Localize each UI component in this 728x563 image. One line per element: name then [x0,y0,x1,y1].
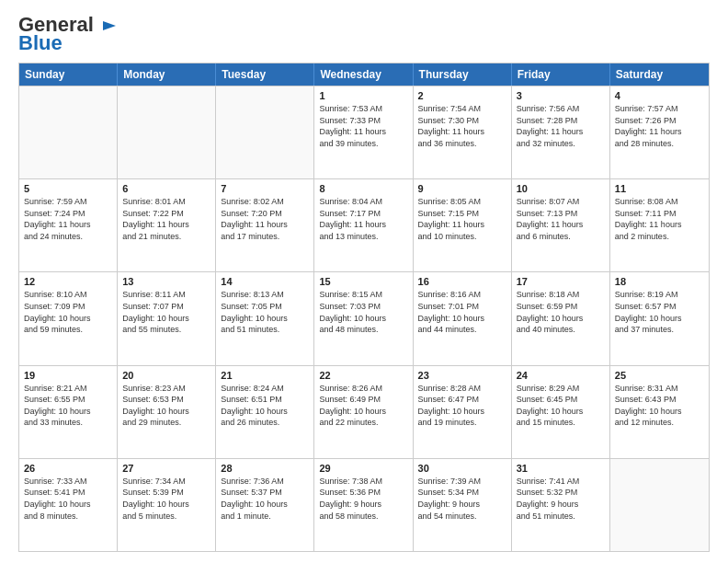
day-info: Sunrise: 8:13 AM Sunset: 7:05 PM Dayligh… [221,289,309,335]
day-number: 7 [221,183,309,194]
day-number: 18 [615,276,704,287]
calendar-cell: 10Sunrise: 8:07 AM Sunset: 7:13 PM Dayli… [512,179,610,271]
calendar-cell: 6Sunrise: 8:01 AM Sunset: 7:22 PM Daylig… [118,179,216,271]
calendar-cell: 28Sunrise: 7:36 AM Sunset: 5:37 PM Dayli… [216,459,314,551]
calendar-cell [216,86,314,178]
day-number: 6 [122,183,210,194]
day-number: 21 [221,370,309,381]
day-number: 15 [319,276,407,287]
day-info: Sunrise: 8:08 AM Sunset: 7:11 PM Dayligh… [615,196,704,242]
calendar-cell: 16Sunrise: 8:16 AM Sunset: 7:01 PM Dayli… [414,272,512,364]
day-number: 31 [517,463,605,474]
day-number: 16 [418,276,506,287]
header-cell-sunday: Sunday [19,63,118,86]
day-number: 28 [221,463,309,474]
day-info: Sunrise: 8:29 AM Sunset: 6:45 PM Dayligh… [517,383,605,429]
day-info: Sunrise: 7:59 AM Sunset: 7:24 PM Dayligh… [24,196,112,242]
calendar-cell: 4Sunrise: 7:57 AM Sunset: 7:26 PM Daylig… [610,86,709,178]
day-number: 23 [418,370,506,381]
day-number: 2 [418,90,506,101]
day-number: 13 [122,276,210,287]
calendar-cell: 31Sunrise: 7:41 AM Sunset: 5:32 PM Dayli… [512,459,610,551]
day-number: 5 [24,183,112,194]
day-number: 14 [221,276,309,287]
calendar-cell: 22Sunrise: 8:26 AM Sunset: 6:49 PM Dayli… [314,366,413,458]
day-info: Sunrise: 8:05 AM Sunset: 7:15 PM Dayligh… [418,196,506,242]
day-number: 19 [24,370,112,381]
calendar: SundayMondayTuesdayWednesdayThursdayFrid… [18,63,710,552]
day-info: Sunrise: 8:16 AM Sunset: 7:01 PM Dayligh… [418,289,506,335]
logo-blue-text: Blue [18,33,63,53]
calendar-cell: 5Sunrise: 7:59 AM Sunset: 7:24 PM Daylig… [19,179,118,271]
day-number: 29 [319,463,407,474]
calendar-cell: 17Sunrise: 8:18 AM Sunset: 6:59 PM Dayli… [512,272,610,364]
day-info: Sunrise: 8:15 AM Sunset: 7:03 PM Dayligh… [319,289,407,335]
day-info: Sunrise: 8:04 AM Sunset: 7:17 PM Dayligh… [319,196,407,242]
header-cell-wednesday: Wednesday [314,63,413,86]
day-number: 26 [24,463,112,474]
day-number: 22 [319,370,407,381]
calendar-cell: 15Sunrise: 8:15 AM Sunset: 7:03 PM Dayli… [314,272,413,364]
calendar-cell: 7Sunrise: 8:02 AM Sunset: 7:20 PM Daylig… [216,179,314,271]
day-info: Sunrise: 7:34 AM Sunset: 5:39 PM Dayligh… [122,476,210,522]
calendar-cell: 19Sunrise: 8:21 AM Sunset: 6:55 PM Dayli… [19,366,118,458]
day-number: 17 [517,276,605,287]
calendar-cell: 9Sunrise: 8:05 AM Sunset: 7:15 PM Daylig… [414,179,512,271]
day-info: Sunrise: 8:10 AM Sunset: 7:09 PM Dayligh… [24,289,112,335]
day-number: 24 [517,370,605,381]
day-info: Sunrise: 7:53 AM Sunset: 7:33 PM Dayligh… [319,103,407,149]
header-cell-monday: Monday [118,63,216,86]
day-number: 8 [319,183,407,194]
day-info: Sunrise: 7:36 AM Sunset: 5:37 PM Dayligh… [221,476,309,522]
day-info: Sunrise: 7:56 AM Sunset: 7:28 PM Dayligh… [517,103,605,149]
calendar-cell: 21Sunrise: 8:24 AM Sunset: 6:51 PM Dayli… [216,366,314,458]
header-cell-thursday: Thursday [414,63,512,86]
logo-flag-icon [101,19,118,32]
calendar-cell [118,86,216,178]
calendar-cell [610,459,709,551]
day-info: Sunrise: 8:31 AM Sunset: 6:43 PM Dayligh… [615,383,704,429]
day-number: 9 [418,183,506,194]
day-info: Sunrise: 7:33 AM Sunset: 5:41 PM Dayligh… [24,476,112,522]
svg-marker-0 [103,21,116,30]
calendar-cell: 14Sunrise: 8:13 AM Sunset: 7:05 PM Dayli… [216,272,314,364]
day-info: Sunrise: 8:02 AM Sunset: 7:20 PM Dayligh… [221,196,309,242]
calendar-cell: 18Sunrise: 8:19 AM Sunset: 6:57 PM Dayli… [610,272,709,364]
header-cell-tuesday: Tuesday [216,63,314,86]
day-number: 27 [122,463,210,474]
calendar-row-4: 19Sunrise: 8:21 AM Sunset: 6:55 PM Dayli… [19,365,709,458]
day-info: Sunrise: 8:07 AM Sunset: 7:13 PM Dayligh… [517,196,605,242]
calendar-cell: 11Sunrise: 8:08 AM Sunset: 7:11 PM Dayli… [610,179,709,271]
day-number: 12 [24,276,112,287]
day-info: Sunrise: 8:18 AM Sunset: 6:59 PM Dayligh… [517,289,605,335]
day-info: Sunrise: 8:26 AM Sunset: 6:49 PM Dayligh… [319,383,407,429]
page: General Blue SundayMondayTuesdayWednesda… [0,0,728,563]
calendar-cell: 20Sunrise: 8:23 AM Sunset: 6:53 PM Dayli… [118,366,216,458]
day-info: Sunrise: 7:38 AM Sunset: 5:36 PM Dayligh… [319,476,407,522]
day-number: 25 [615,370,704,381]
calendar-cell: 25Sunrise: 8:31 AM Sunset: 6:43 PM Dayli… [610,366,709,458]
calendar-body: 1Sunrise: 7:53 AM Sunset: 7:33 PM Daylig… [19,86,709,551]
day-info: Sunrise: 7:41 AM Sunset: 5:32 PM Dayligh… [517,476,605,522]
logo: General Blue [18,15,118,53]
calendar-cell: 3Sunrise: 7:56 AM Sunset: 7:28 PM Daylig… [512,86,610,178]
header-cell-saturday: Saturday [610,63,709,86]
calendar-cell: 24Sunrise: 8:29 AM Sunset: 6:45 PM Dayli… [512,366,610,458]
calendar-cell [19,86,118,178]
day-info: Sunrise: 7:39 AM Sunset: 5:34 PM Dayligh… [418,476,506,522]
header-cell-friday: Friday [512,63,610,86]
day-info: Sunrise: 8:23 AM Sunset: 6:53 PM Dayligh… [122,383,210,429]
calendar-header: SundayMondayTuesdayWednesdayThursdayFrid… [19,63,709,86]
calendar-cell: 27Sunrise: 7:34 AM Sunset: 5:39 PM Dayli… [118,459,216,551]
day-info: Sunrise: 8:28 AM Sunset: 6:47 PM Dayligh… [418,383,506,429]
day-number: 4 [615,90,704,101]
calendar-cell: 30Sunrise: 7:39 AM Sunset: 5:34 PM Dayli… [414,459,512,551]
day-number: 3 [517,90,605,101]
header: General Blue [18,15,710,53]
calendar-cell: 8Sunrise: 8:04 AM Sunset: 7:17 PM Daylig… [314,179,413,271]
calendar-row-3: 12Sunrise: 8:10 AM Sunset: 7:09 PM Dayli… [19,271,709,364]
day-number: 1 [319,90,407,101]
day-number: 11 [615,183,704,194]
calendar-row-2: 5Sunrise: 7:59 AM Sunset: 7:24 PM Daylig… [19,178,709,271]
calendar-cell: 2Sunrise: 7:54 AM Sunset: 7:30 PM Daylig… [414,86,512,178]
